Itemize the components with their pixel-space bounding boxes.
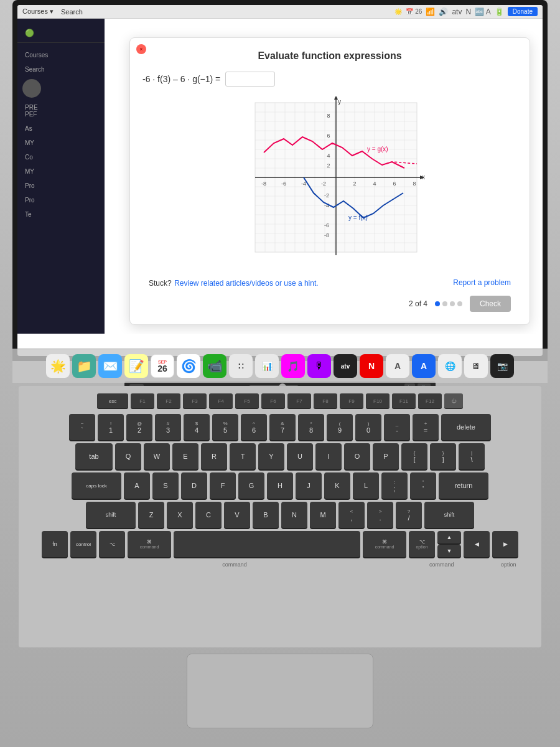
modal-close-button[interactable]: × (136, 44, 146, 54)
key-shift-left[interactable]: shift (86, 502, 136, 528)
key-f[interactable]: F (210, 472, 236, 499)
key-command-left[interactable]: ⌘ command (128, 531, 171, 557)
key-fn[interactable]: fn (42, 531, 68, 557)
dock-finder[interactable]: 📁 (72, 354, 96, 378)
key-f3[interactable]: F3 (183, 393, 207, 408)
key-w[interactable]: W (144, 443, 170, 469)
donate-btn[interactable]: Donate (508, 7, 538, 16)
dock-facetime[interactable]: 📹 (203, 354, 226, 378)
sidebar-item-my2[interactable]: MY (17, 164, 105, 179)
key-j[interactable]: J (296, 472, 322, 499)
key-o[interactable]: O (344, 443, 370, 469)
key-backtick[interactable]: ~` (69, 414, 95, 440)
key-5[interactable]: %5 (212, 414, 238, 440)
key-e[interactable]: E (172, 443, 198, 469)
check-button[interactable]: Check (470, 296, 511, 312)
key-quote[interactable]: "' (410, 472, 436, 499)
report-problem-link[interactable]: Report a problem (453, 278, 511, 287)
key-f7[interactable]: F7 (287, 393, 311, 408)
dock-fontbook[interactable]: A (386, 354, 409, 378)
key-option-right[interactable]: ⌥ option (409, 531, 435, 557)
mac-menu-courses[interactable]: Courses ▾ (22, 7, 54, 16)
key-minus[interactable]: _- (384, 414, 410, 440)
dock-launchpad[interactable]: 🌟 (46, 354, 70, 378)
key-arrow-up[interactable]: ▲ (437, 531, 461, 543)
key-tab[interactable]: tab (75, 443, 113, 469)
dock-appstore[interactable]: A (412, 354, 436, 378)
key-command-right[interactable]: ⌘ command (363, 531, 406, 557)
key-k[interactable]: K (324, 472, 350, 499)
key-p[interactable]: P (373, 443, 399, 469)
key-4[interactable]: $4 (184, 414, 210, 440)
key-comma[interactable]: <, (338, 502, 365, 528)
key-b[interactable]: B (253, 502, 279, 528)
key-f12[interactable]: F12 (418, 393, 442, 408)
dock-icon-launchpad[interactable]: 🌟 (394, 8, 402, 15)
dock-photos[interactable]: 🌀 (177, 354, 200, 378)
dock-calendar-sep26[interactable]: SEP 26 (151, 354, 174, 378)
key-slash[interactable]: ?/ (396, 502, 422, 528)
dock-camera[interactable]: 📷 (490, 354, 514, 378)
key-control[interactable]: control (70, 531, 96, 557)
key-return[interactable]: return (439, 472, 488, 499)
dock-netflix[interactable]: N (360, 354, 383, 378)
key-6[interactable]: ^6 (241, 414, 267, 440)
dock-music[interactable]: 🎵 (281, 354, 305, 378)
key-i[interactable]: I (315, 443, 342, 469)
sidebar-item-search[interactable]: Search (17, 62, 105, 77)
key-7[interactable]: &7 (269, 414, 296, 440)
key-h[interactable]: H (267, 472, 293, 499)
key-s[interactable]: S (152, 472, 179, 499)
key-l[interactable]: L (353, 472, 379, 499)
key-3[interactable]: #3 (155, 414, 181, 440)
key-power[interactable]: ⏻ (444, 393, 463, 408)
key-f11[interactable]: F11 (392, 393, 416, 408)
sidebar-item-pro1[interactable]: Pro (17, 179, 105, 193)
key-d[interactable]: D (181, 472, 207, 499)
key-f5[interactable]: F5 (235, 393, 259, 408)
key-f10[interactable]: F10 (366, 393, 390, 408)
key-semicolon[interactable]: :; (381, 472, 408, 499)
sidebar-item-pre[interactable]: PREPEF (17, 100, 105, 121)
answer-input[interactable] (225, 72, 275, 87)
key-8[interactable]: *8 (298, 414, 324, 440)
key-r[interactable]: R (201, 443, 227, 469)
dock-safari[interactable]: 🌐 (438, 354, 462, 378)
key-v[interactable]: V (224, 502, 250, 528)
key-2[interactable]: @2 (126, 414, 152, 440)
key-0[interactable]: )0 (355, 414, 381, 440)
key-9[interactable]: (9 (327, 414, 353, 440)
key-a[interactable]: A (124, 472, 150, 499)
key-c[interactable]: C (195, 502, 222, 528)
key-arrow-left[interactable]: ◀ (464, 531, 490, 557)
dock-display[interactable]: 🖥 (464, 354, 488, 378)
sidebar-item-courses[interactable]: Courses (17, 48, 105, 62)
key-period[interactable]: >. (367, 502, 393, 528)
dock-numbers[interactable]: ∷ (229, 354, 253, 378)
key-space[interactable] (174, 531, 360, 557)
key-f6[interactable]: F6 (261, 393, 285, 408)
key-f4[interactable]: F4 (209, 393, 233, 408)
key-shift-right[interactable]: shift (424, 502, 474, 528)
dock-podcasts[interactable]: 🎙 (307, 354, 331, 378)
key-delete[interactable]: delete (441, 414, 491, 440)
key-q[interactable]: Q (115, 443, 141, 469)
key-x[interactable]: X (167, 502, 193, 528)
key-u[interactable]: U (287, 443, 313, 469)
key-t[interactable]: T (230, 443, 256, 469)
key-lbracket[interactable]: {[ (401, 443, 427, 469)
key-equals[interactable]: += (413, 414, 439, 440)
dock-chart[interactable]: 📊 (255, 354, 279, 378)
key-esc[interactable]: esc (97, 393, 128, 408)
sidebar-item-te[interactable]: Te (17, 207, 105, 222)
key-capslock[interactable]: caps lock (72, 472, 121, 499)
key-rbracket[interactable]: }] (430, 443, 456, 469)
key-g[interactable]: G (238, 472, 264, 499)
key-z[interactable]: Z (138, 502, 164, 528)
dock-icon-calendar-mini[interactable]: 📅 26 (406, 8, 422, 15)
sidebar-item-my[interactable]: MY (17, 136, 105, 150)
key-arrow-down[interactable]: ▼ (437, 545, 461, 557)
dock-notes[interactable]: 📝 (124, 354, 148, 378)
sidebar-item-pro2[interactable]: Pro (17, 193, 105, 207)
key-1[interactable]: !1 (98, 414, 124, 440)
